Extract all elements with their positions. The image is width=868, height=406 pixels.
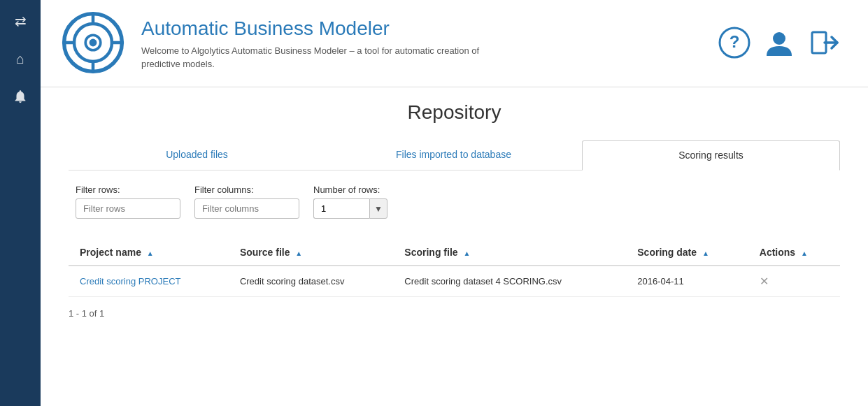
header: Automatic Business Modeler Welcome to Al… <box>41 0 868 87</box>
tab-uploaded-files[interactable]: Uploaded files <box>69 140 325 170</box>
delete-button[interactable]: ✕ <box>760 275 769 288</box>
tab-scoring-results[interactable]: Scoring results <box>582 140 840 171</box>
page-title: Repository <box>69 101 840 124</box>
user-icon[interactable] <box>763 27 795 61</box>
filter-columns-input[interactable] <box>194 198 299 219</box>
page-content: Repository Uploaded files Files imported… <box>41 87 868 333</box>
cell-scoring-file: Credit scoring dataset 4 SCORING.csv <box>393 266 626 297</box>
sort-scoring-file[interactable]: ▲ <box>463 249 470 257</box>
filter-rows-label: Filter rows: <box>76 184 180 195</box>
tab-files-imported[interactable]: Files imported to database <box>325 140 582 170</box>
notifications-icon[interactable] <box>8 84 33 109</box>
logout-icon[interactable] <box>808 27 840 61</box>
sort-source-file[interactable]: ▲ <box>295 249 302 257</box>
filter-rows-group: Filter rows: <box>76 184 180 219</box>
results-table: Project name ▲ Source file ▲ Scoring fil… <box>69 240 840 297</box>
num-rows-input[interactable] <box>313 198 369 219</box>
cell-actions: ✕ <box>748 266 840 297</box>
tabs: Uploaded files Files imported to databas… <box>69 140 840 171</box>
sidebar: ⇄ ⌂ <box>0 0 41 406</box>
transfer-icon[interactable]: ⇄ <box>8 8 33 34</box>
col-actions: Actions ▲ <box>748 240 840 266</box>
cell-project-name[interactable]: Credit scoring PROJECT <box>69 266 229 297</box>
table-row: Credit scoring PROJECT Credit scoring da… <box>69 266 840 297</box>
filters-section: Filter rows: Filter columns: Number of r… <box>69 184 840 219</box>
filter-columns-label: Filter columns: <box>194 184 299 195</box>
col-source-file: Source file ▲ <box>229 240 393 266</box>
num-rows-label: Number of rows: <box>313 184 387 195</box>
svg-point-7 <box>90 39 97 47</box>
header-text: Automatic Business Modeler Welcome to Al… <box>141 17 718 71</box>
logo <box>62 11 124 77</box>
pagination-info: 1 - 1 of 1 <box>69 308 840 319</box>
num-rows-spinner[interactable]: ▼ <box>369 198 387 219</box>
table-header-row: Project name ▲ Source file ▲ Scoring fil… <box>69 240 840 266</box>
cell-scoring-date: 2016-04-11 <box>626 266 748 297</box>
col-project-name: Project name ▲ <box>69 240 229 266</box>
sort-project-name[interactable]: ▲ <box>147 249 154 257</box>
filter-columns-group: Filter columns: <box>194 184 299 219</box>
svg-point-10 <box>773 32 785 45</box>
app-title: Automatic Business Modeler <box>141 17 718 40</box>
sort-scoring-date[interactable]: ▲ <box>702 249 709 257</box>
sort-actions[interactable]: ▲ <box>801 249 808 257</box>
svg-text:?: ? <box>730 32 740 51</box>
col-scoring-file: Scoring file ▲ <box>393 240 626 266</box>
main-content: Automatic Business Modeler Welcome to Al… <box>41 0 868 406</box>
app-subtitle: Welcome to Algolytics Automatic Business… <box>141 44 491 71</box>
cell-source-file: Credit scoring dataset.csv <box>229 266 393 297</box>
col-scoring-date: Scoring date ▲ <box>626 240 748 266</box>
help-icon[interactable]: ? <box>718 27 750 61</box>
home-icon[interactable]: ⌂ <box>8 46 33 71</box>
header-actions: ? <box>718 27 840 61</box>
num-rows-wrapper: ▼ <box>313 198 387 219</box>
filter-num-rows-group: Number of rows: ▼ <box>313 184 387 219</box>
filter-rows-input[interactable] <box>76 198 180 219</box>
